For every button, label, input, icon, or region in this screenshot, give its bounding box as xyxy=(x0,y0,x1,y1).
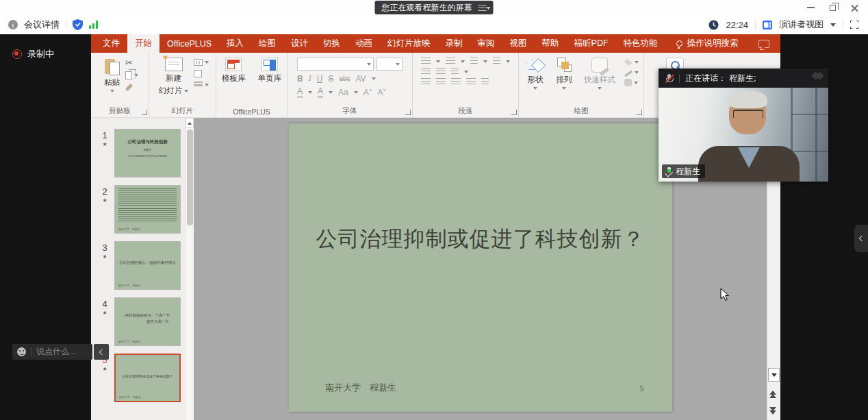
tab-home[interactable]: 开始 xyxy=(127,34,159,53)
section-button[interactable] xyxy=(194,82,209,88)
chat-placeholder[interactable]: 说点什么... xyxy=(36,346,76,358)
current-slide[interactable]: 公司治理抑制或促进了科技创新？ 南开大学 程新生 5 xyxy=(288,123,672,412)
paragraph-dialog-launcher-icon[interactable] xyxy=(511,110,517,115)
shapes-button[interactable]: 形状 xyxy=(524,56,547,106)
view-mode-caret-icon[interactable] xyxy=(830,23,836,27)
meeting-details-label[interactable]: 会议详情 xyxy=(24,18,60,31)
slide-3-thumbnail[interactable]: 公司治理的核心：激励约束经理人 南开大学 程新生 xyxy=(114,241,181,290)
drawing-dialog-launcher-icon[interactable] xyxy=(637,110,642,115)
recording-indicator[interactable]: 录制中 xyxy=(12,48,54,60)
shape-effects-button[interactable] xyxy=(624,79,639,86)
comments-icon[interactable] xyxy=(758,40,769,48)
bold-button[interactable]: B xyxy=(297,74,303,84)
tab-insert[interactable]: 插入 xyxy=(219,34,251,53)
text-direction-button[interactable] xyxy=(451,68,459,75)
highlight-caret-icon[interactable] xyxy=(308,91,312,94)
cut-button[interactable]: ✂ xyxy=(125,59,138,67)
chat-collapse-button[interactable] xyxy=(94,344,109,360)
strikethrough-button[interactable]: S xyxy=(328,74,333,84)
clear-format-button[interactable]: abc xyxy=(339,75,350,82)
panel-expand-button[interactable] xyxy=(854,225,868,252)
tab-record[interactable]: 录制 xyxy=(438,34,470,53)
bullets-button[interactable] xyxy=(421,58,431,65)
speaker-video-overlay[interactable]: 正在讲话： 程新生; 程新生 xyxy=(659,69,828,182)
info-icon[interactable] xyxy=(8,20,18,29)
thumbnail-scroll-up-button[interactable] xyxy=(186,118,194,128)
fullscreen-icon[interactable] xyxy=(850,21,858,29)
highlight-button[interactable]: A xyxy=(297,86,303,98)
close-button[interactable] xyxy=(851,4,858,12)
decrease-indent-button[interactable] xyxy=(421,68,431,75)
slides-minis xyxy=(194,56,209,106)
arrange-button[interactable]: 排列 xyxy=(553,56,575,106)
align-left-button[interactable] xyxy=(421,78,431,86)
tab-special-features[interactable]: 特色功能 xyxy=(616,34,665,53)
line-spacing-button[interactable] xyxy=(470,58,478,65)
security-shield-icon[interactable] xyxy=(73,19,83,30)
increase-indent-button[interactable] xyxy=(436,68,446,75)
banner-menu-icon[interactable] xyxy=(478,5,487,11)
align-right-button[interactable] xyxy=(451,78,461,86)
tell-me-label[interactable]: 操作说明搜索 xyxy=(687,38,739,49)
slide-5-thumbnail-selected[interactable]: 公司治理抑制或促进了科技创新？ 南开大学 程新生 xyxy=(114,354,181,402)
tab-foxit-pdf[interactable]: 福昕PDF xyxy=(567,34,616,53)
slide-title[interactable]: 公司治理抑制或促进了科技创新？ xyxy=(288,225,672,254)
clipboard-dialog-launcher-icon[interactable] xyxy=(142,110,147,115)
columns-button[interactable] xyxy=(493,58,500,65)
next-slide-button[interactable] xyxy=(769,408,776,415)
smartart-convert-button[interactable] xyxy=(481,78,489,86)
font-color-button[interactable]: A xyxy=(318,86,323,98)
thumbnail-scrollbar[interactable] xyxy=(185,118,194,420)
grow-font-button[interactable]: A˄ xyxy=(363,87,372,97)
tab-slideshow[interactable]: 幻灯片放映 xyxy=(380,34,438,53)
restore-button[interactable] xyxy=(830,5,836,11)
slide-2-thumbnail[interactable]: 南开大学 程新生 xyxy=(114,185,181,234)
tab-animations[interactable]: 动画 xyxy=(348,34,380,53)
tab-help[interactable]: 帮助 xyxy=(535,34,567,53)
chat-input-bar[interactable]: 说点什么... xyxy=(12,344,92,360)
emoji-icon[interactable] xyxy=(17,347,26,356)
char-spacing-button[interactable]: AV xyxy=(355,74,366,84)
shape-fill-button[interactable] xyxy=(624,59,639,66)
spacing-caret-icon[interactable] xyxy=(372,77,376,80)
new-slide-button[interactable]: 新建 幻灯片 xyxy=(156,56,192,106)
quick-styles-button[interactable]: 快速样式 xyxy=(581,56,618,106)
thumbnail-scroll-thumb[interactable] xyxy=(187,129,193,225)
tab-file[interactable]: 文件 xyxy=(95,34,127,53)
watching-banner: 您正在观看程新生的屏幕 xyxy=(375,1,494,14)
tab-transitions[interactable]: 切换 xyxy=(316,34,348,53)
font-color-caret-icon[interactable] xyxy=(329,91,333,94)
tab-officeplus[interactable]: OfficePLUS xyxy=(159,34,219,53)
justify-button[interactable] xyxy=(466,78,476,86)
view-mode-label[interactable]: 演讲者视图 xyxy=(779,18,824,31)
change-case-button[interactable]: Aa xyxy=(338,88,348,97)
tell-me-search[interactable]: 操作说明搜索 xyxy=(676,34,739,53)
align-center-button[interactable] xyxy=(436,78,446,86)
underline-button[interactable]: U xyxy=(317,74,323,84)
tab-design[interactable]: 设计 xyxy=(283,34,316,53)
minimize-button[interactable] xyxy=(807,7,815,8)
numbering-button[interactable] xyxy=(446,58,455,65)
slide-layout-button[interactable] xyxy=(194,59,209,66)
copy-button[interactable] xyxy=(125,71,138,79)
scroll-down-button[interactable] xyxy=(768,368,780,382)
single-page-library-button[interactable]: 单页库 xyxy=(255,56,285,106)
format-painter-button[interactable] xyxy=(125,84,138,91)
slide-1-thumbnail[interactable]: 公司治理与科技创新 程新生 南开大学商学院/中国公司治理研究院 xyxy=(114,129,181,177)
shrink-font-button[interactable]: A˅ xyxy=(377,87,386,97)
case-caret-icon[interactable] xyxy=(354,91,358,94)
network-signal-icon[interactable] xyxy=(89,21,98,29)
font-dialog-launcher-icon[interactable] xyxy=(405,110,411,115)
previous-slide-button[interactable] xyxy=(769,391,776,398)
shape-outline-button[interactable] xyxy=(624,70,639,75)
template-library-button[interactable]: 模板库 xyxy=(219,56,248,106)
reset-slide-button[interactable] xyxy=(194,70,209,77)
font-name-combo[interactable] xyxy=(297,58,374,71)
font-size-combo[interactable] xyxy=(376,58,403,71)
italic-button[interactable]: I xyxy=(309,73,311,84)
tab-view[interactable]: 视图 xyxy=(502,34,535,53)
tab-review[interactable]: 审阅 xyxy=(470,34,502,53)
tab-draw[interactable]: 绘图 xyxy=(251,34,283,53)
slide-4-thumbnail[interactable]: 科技创新的特点：三高一长 甚至五高一长 南开大学 程新生 xyxy=(114,297,181,346)
paste-button[interactable]: 粘贴 xyxy=(101,56,123,106)
